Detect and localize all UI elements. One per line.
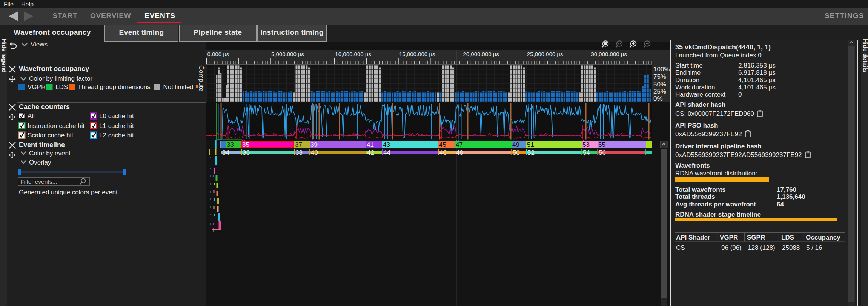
svg-text:45: 45 — [439, 141, 446, 148]
svg-text:55: 55 — [598, 141, 605, 148]
svg-text:25,000.000 µs: 25,000.000 µs — [527, 51, 563, 57]
svg-text:51: 51 — [527, 141, 534, 148]
svg-text:75%: 75% — [653, 73, 666, 80]
svg-text:38: 38 — [295, 149, 303, 156]
svg-text:37: 37 — [295, 141, 302, 148]
svg-text:100%: 100% — [653, 66, 670, 73]
svg-text:15,000.000 µs: 15,000.000 µs — [399, 51, 435, 57]
svg-text:20,000.000 µs: 20,000.000 µs — [463, 51, 499, 57]
svg-text:50%: 50% — [653, 81, 666, 88]
svg-text:30,000.000 µs: 30,000.000 µs — [591, 51, 627, 57]
svg-text:33: 33 — [227, 141, 234, 148]
svg-text:46: 46 — [439, 149, 447, 156]
svg-text:0%: 0% — [653, 95, 663, 102]
svg-text:42: 42 — [367, 149, 374, 156]
svg-text:56: 56 — [599, 149, 606, 156]
svg-text:49: 49 — [512, 141, 519, 148]
svg-text:25%: 25% — [653, 88, 666, 95]
svg-text:43: 43 — [383, 141, 390, 148]
svg-text:54: 54 — [583, 149, 590, 156]
svg-text:50: 50 — [513, 149, 520, 156]
svg-text:53: 53 — [582, 141, 590, 148]
svg-text:0.000 µs: 0.000 µs — [207, 51, 229, 57]
svg-text:52: 52 — [527, 149, 535, 156]
svg-text:40: 40 — [311, 149, 318, 156]
svg-text:34: 34 — [222, 149, 229, 156]
svg-text:36: 36 — [243, 149, 250, 156]
svg-text:44: 44 — [383, 149, 390, 156]
svg-text:47: 47 — [456, 141, 463, 148]
svg-text:41: 41 — [367, 141, 374, 148]
svg-text:5,000.000 µs: 5,000.000 µs — [271, 51, 304, 57]
svg-text:10,000.000 µs: 10,000.000 µs — [335, 51, 371, 57]
svg-text:39: 39 — [310, 141, 318, 148]
svg-text:48: 48 — [456, 149, 463, 156]
